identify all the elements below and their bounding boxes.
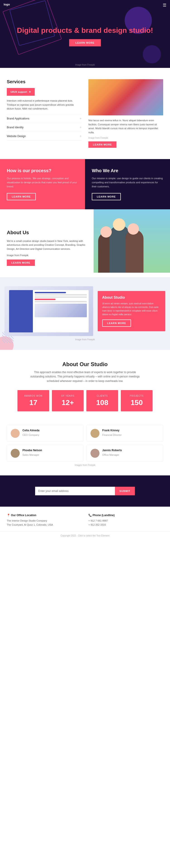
- footer-phone-line1: + 912 7 661 8987: [88, 519, 163, 523]
- stat-clients-value: 108: [89, 399, 116, 407]
- footer: 📍 Our Office Location The Interior Desig…: [0, 507, 170, 531]
- services-right-col: Nisi lacus sed viverra tellus in. Nunc a…: [88, 79, 163, 148]
- person-head: [113, 218, 125, 231]
- services-image-graphic: [88, 79, 163, 115]
- studio-credit: Image from Freepik: [4, 338, 166, 341]
- team-info: Jannis Roberts Office Manager: [102, 449, 122, 457]
- team-member-role: Sales Manager: [23, 454, 39, 456]
- services-learn-more-button[interactable]: LEARN MORE: [88, 142, 116, 148]
- studio-description: Ut enim ad minim veniam, quis nostrud ex…: [102, 302, 161, 316]
- newsletter-form: SUBMIT: [35, 487, 135, 495]
- footer-office-col: 📍 Our Office Location The Interior Desig…: [7, 514, 82, 527]
- team-card: Jannis Roberts Office Manager: [87, 445, 163, 462]
- stats-section: About Our Studio This approach enables t…: [0, 350, 170, 423]
- team-section: Celia Almeda CEO Company Frank Kinney Fi…: [0, 423, 170, 475]
- stat-projects-label: PROJECTS: [123, 395, 150, 397]
- stat-projects-value: 150: [123, 399, 150, 407]
- service-item-toggle[interactable]: +: [80, 117, 82, 121]
- avatar-image: [11, 429, 20, 438]
- services-left-col: Services UI/UX support + Interdum velit …: [7, 79, 82, 148]
- team-card: Frank Kinney Financial Director: [87, 425, 163, 442]
- team-member-name: Jannis Roberts: [102, 449, 122, 452]
- hero-title: Digital products & brand design studio!: [17, 26, 153, 35]
- hero-section: logo ☰ Digital products & brand design s…: [0, 0, 170, 68]
- services-section: Services UI/UX support + Interdum velit …: [0, 68, 170, 159]
- team-member-name: Celia Almeda: [23, 429, 39, 432]
- footer-office-line2: The Courtyard, Al Quoz 1, Colorado, USA: [7, 523, 82, 527]
- about-studio-inner: About Studio Ut enim ad minim veniam, qu…: [4, 286, 166, 336]
- newsletter-submit-button[interactable]: SUBMIT: [115, 487, 135, 495]
- team-member-role: Financial Director: [102, 434, 122, 436]
- process-title: How is our process?: [7, 168, 52, 173]
- about-credit: Image from Freepik: [7, 253, 87, 257]
- team-grid: Celia Almeda CEO Company Frank Kinney Fi…: [7, 425, 163, 462]
- studio-text-box: About Studio Ut enim ad minim veniam, qu…: [98, 291, 165, 331]
- process-column: How is our process? Our process is holis…: [0, 159, 85, 209]
- avatar-image: [90, 429, 100, 438]
- list-item: Website Design +: [7, 132, 82, 141]
- service-item-label: Brand Applications: [7, 117, 29, 120]
- service-item-toggle[interactable]: +: [80, 134, 82, 138]
- hero-image-credit: Image from Freepik: [75, 64, 95, 66]
- team-member-role: Office Manager: [102, 454, 119, 456]
- stats-description: This approach enables the most effective…: [28, 370, 142, 383]
- about-text-box: About Us We're a small creative design s…: [0, 223, 94, 273]
- service-item-toggle[interactable]: +: [80, 125, 82, 129]
- footer-phone-col: 📞 Phone (Landline) + 912 7 661 8987 + 91…: [88, 514, 163, 527]
- services-description: Interdum velit euismod in pellentesque m…: [7, 99, 82, 111]
- process-learn-more-button[interactable]: LEARN MORE: [7, 193, 36, 200]
- footer-office-line1: The Interior Design Studio Company: [7, 519, 82, 523]
- stats-grid: AWARDS WON 17 OF YEARS 12+ CLIENTS 108 P…: [7, 390, 163, 411]
- avatar-image: [90, 449, 100, 458]
- services-list: Brand Applications + Brand Identity + We…: [7, 114, 82, 141]
- team-info: Frank Kinney Financial Director: [102, 429, 122, 437]
- avatar: [11, 429, 20, 438]
- avatar-image: [11, 449, 20, 458]
- process-who-row: How is our process? Our process is holis…: [0, 159, 170, 209]
- team-member-name: Phoebe Nelson: [23, 449, 42, 452]
- mockup-map: [35, 304, 87, 317]
- person-head: [128, 223, 139, 235]
- stat-clients-label: CLIENTS: [89, 395, 116, 397]
- phone-icon: 📞: [88, 514, 92, 517]
- logo: logo: [4, 3, 10, 6]
- team-card: Phoebe Nelson Sales Manager: [7, 445, 83, 462]
- footer-office-title: 📍 Our Office Location: [7, 514, 82, 517]
- about-learn-more-button[interactable]: LEARN MORE: [7, 259, 35, 266]
- newsletter-email-input[interactable]: [35, 487, 115, 495]
- mockup-bar: [35, 294, 87, 296]
- team-info: Celia Almeda CEO Company: [23, 429, 39, 437]
- newsletter-section: SUBMIT: [0, 475, 170, 507]
- process-description: Our process is holistic. We use strategy…: [7, 177, 78, 188]
- mockup-inner: [9, 290, 89, 332]
- who-learn-more-button[interactable]: LEARN MORE: [92, 193, 121, 200]
- stat-clients: CLIENTS 108: [86, 390, 118, 411]
- stat-years-label: OF YEARS: [54, 395, 81, 397]
- about-image: [94, 209, 170, 273]
- footer-copyright: Copyright 2022 - Click to select the Tex…: [60, 534, 109, 537]
- footer-phone-title: 📞 Phone (Landline): [88, 514, 163, 517]
- team-credit: Images from Freepik: [7, 464, 163, 466]
- about-title: About Us: [7, 230, 87, 236]
- footer-phone-line2: + 912 252 3316: [88, 523, 163, 527]
- about-studio-section: About Studio Ut enim ad minim veniam, qu…: [0, 277, 170, 350]
- team-member-role: CEO Company: [23, 434, 39, 436]
- services-image-credit: Image from Freepik: [88, 137, 163, 139]
- footer-bottom: Copyright 2022 - Click to select the Tex…: [0, 531, 170, 540]
- stat-years-value: 12+: [54, 399, 81, 407]
- team-member-name: Frank Kinney: [102, 429, 122, 432]
- location-icon: 📍: [7, 514, 10, 517]
- list-item: Brand Applications +: [7, 114, 82, 123]
- studio-learn-more-button[interactable]: LEARN MORE: [102, 319, 131, 327]
- services-image: [88, 79, 163, 115]
- hero-learn-more-button[interactable]: LEARN MORE: [69, 39, 101, 46]
- stats-title: About Our Studio: [7, 361, 163, 368]
- studio-mockup: [4, 286, 93, 336]
- about-inner: About Us We're a small creative design s…: [0, 209, 170, 273]
- stat-awards-label: AWARDS WON: [20, 395, 47, 397]
- menu-icon[interactable]: ☰: [163, 3, 166, 8]
- services-right-text: Nisi lacus sed viverra tellus in. Nunc a…: [88, 119, 163, 134]
- services-tab[interactable]: UI/UX support +: [7, 88, 35, 96]
- team-info: Phoebe Nelson Sales Manager: [23, 449, 42, 457]
- mockup-bar: [35, 297, 87, 298]
